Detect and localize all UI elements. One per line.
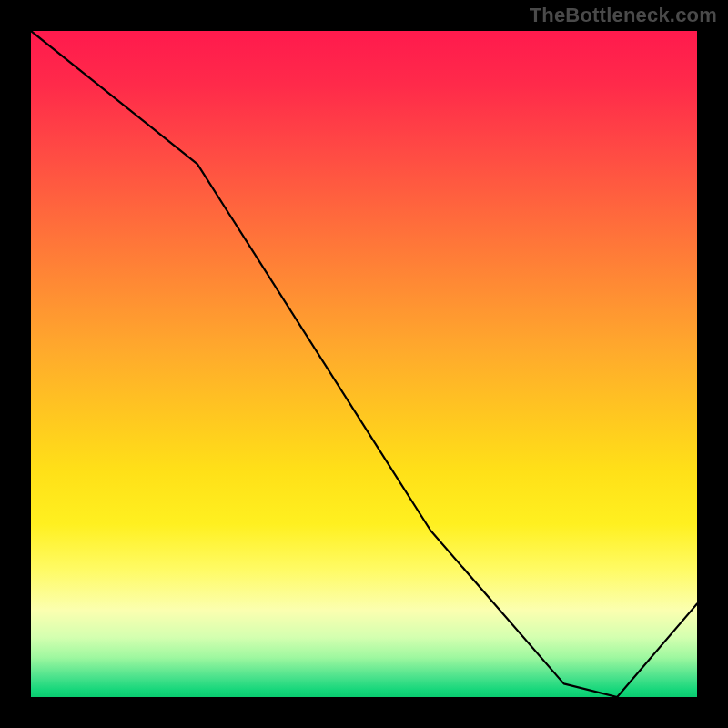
- watermark-text: TheBottleneck.com: [530, 4, 717, 27]
- chart-canvas: TheBottleneck.com: [0, 0, 728, 728]
- curve-line: [31, 31, 697, 697]
- plot-frame: [27, 27, 701, 701]
